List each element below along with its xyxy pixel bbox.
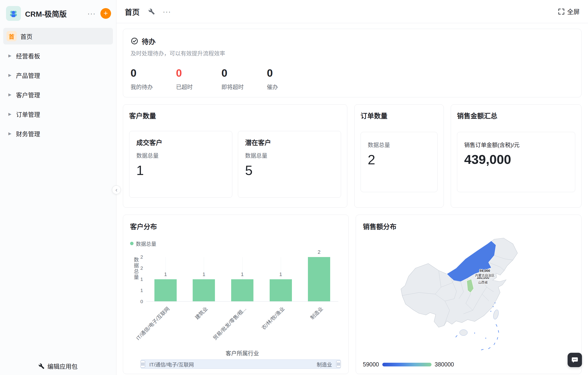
bar-slot: 1 [146, 257, 185, 301]
chat-bubble-icon [571, 356, 578, 364]
closed-customers-card[interactable]: 成交客户 数据总量 1 [129, 131, 232, 198]
page-edit-button[interactable] [148, 8, 155, 15]
y-axis-tick: 1 [140, 277, 143, 282]
metric-value: 5 [245, 162, 334, 178]
fullscreen-label: 全屏 [567, 7, 580, 16]
legend-min-value: 59000 [363, 361, 379, 368]
china-map[interactable]: 380,000 59,000 内蒙古自治区 山西省 [391, 233, 544, 354]
datazoom-right-handle[interactable] [336, 361, 341, 368]
bar-1[interactable]: 1 [193, 279, 215, 302]
wrench-icon [39, 363, 44, 369]
y-axis-tick: 2 [140, 265, 143, 271]
bar-value-label: 1 [279, 271, 282, 277]
map-label-neimenggu-name: 内蒙古自治区 [475, 273, 494, 277]
sidebar-item-customer-management[interactable]: ▶ 客户管理 [3, 86, 113, 103]
wrench-icon [148, 8, 155, 15]
stat-value: 0 [221, 67, 267, 79]
metric-value: 439,000 [464, 152, 568, 167]
x-axis-labels: IT/通信/电子/互联网建筑业贸易/批发/零售/租...农/林/牧/渔业制造业 [146, 302, 338, 348]
todo-stat-urge[interactable]: 0 催办 [267, 67, 312, 91]
sidebar-collapse-button[interactable]: ‹ [112, 185, 121, 194]
sidebar-item-finance-management[interactable]: ▶ 财务管理 [3, 125, 113, 142]
edit-app-package-button[interactable]: 编辑应用包 [0, 359, 116, 373]
page-more-button[interactable]: ··· [163, 8, 171, 16]
menu-label: 财务管理 [16, 129, 40, 138]
stat-value: 0 [176, 67, 221, 79]
potential-customers-card[interactable]: 潜在客户 数据总量 5 [238, 131, 341, 198]
order-count-card: 订单数量 数据总量 2 [354, 104, 444, 208]
sidebar-item-business-board[interactable]: ▶ 经营看板 [3, 47, 113, 64]
datazoom-start-label: IT/通信/电子/互联网 [149, 360, 194, 368]
todo-stat-due-soon[interactable]: 0 即将超时 [221, 67, 267, 91]
sidebar: CRM-极简版 ··· + 首 首页 ▶ 经营看板 ▶ 产品管理 ▶ 客户管理 … [0, 0, 116, 375]
map-mainland[interactable] [401, 238, 517, 327]
metric-label: 数据总量 [136, 151, 225, 159]
legend-max-value: 380000 [435, 361, 454, 368]
contacts-icon [9, 9, 18, 18]
y-axis-tick: 0 [140, 299, 143, 304]
metric-value: 2 [368, 152, 430, 167]
sales-total-box[interactable]: 销售订单金额(含税)/元 439,000 [457, 132, 575, 192]
bar-slot: 1 [223, 257, 262, 301]
datazoom-left-handle[interactable] [140, 361, 145, 368]
x-axis-label: 制造业 [308, 305, 324, 321]
bar-value-label: 2 [318, 249, 320, 255]
card-title: 销售额分布 [363, 221, 575, 231]
menu-label: 客户管理 [16, 90, 40, 99]
todo-card: 待办 及时处理待办，可以有效提升流程效率 0 我的待办 0 已超时 0 即将超时… [123, 29, 581, 97]
stat-label: 催办 [267, 83, 312, 91]
x-axis-title: 客户所属行业 [146, 349, 338, 357]
sidebar-item-order-management[interactable]: ▶ 订单管理 [3, 106, 113, 122]
caret-right-icon: ▶ [8, 112, 11, 117]
bar-chart-plot: 11112 [146, 257, 338, 302]
datazoom-slider[interactable]: IT/通信/电子/互联网 制造业 [141, 359, 341, 369]
main-area: 首页 ··· 全屏 待办 及时处理待办，可以有效提升流程效率 [116, 0, 588, 375]
chart-legend[interactable]: 数据总量 [130, 240, 342, 246]
datazoom-end-label: 制造业 [317, 360, 332, 368]
bar-0[interactable]: 1 [154, 279, 177, 302]
stat-value: 0 [131, 67, 176, 79]
stat-label: 即将超时 [221, 83, 267, 91]
todo-stat-mine[interactable]: 0 我的待办 [131, 67, 176, 91]
map-taiwan[interactable] [493, 309, 499, 320]
bar-slot: 1 [185, 257, 223, 301]
bar-4[interactable]: 2 [308, 257, 330, 301]
bar-3[interactable]: 1 [270, 279, 292, 302]
inner-card-title: 成交客户 [136, 138, 225, 147]
page-title: 首页 [125, 6, 140, 17]
sales-distribution-card: 销售额分布 [356, 215, 581, 374]
order-count-box[interactable]: 数据总量 2 [361, 132, 438, 192]
x-axis-label: 农/林/牧/渔业 [260, 305, 286, 331]
menu-label: 经营看板 [16, 52, 40, 60]
map-gradient-bar[interactable] [382, 363, 431, 366]
app-more-button[interactable]: ··· [85, 10, 99, 17]
map-label-neimenggu-value: 59,000 [480, 269, 490, 272]
y-axis-tick: 1 [140, 288, 143, 293]
y-axis-ticks: 01122 [130, 257, 143, 302]
customer-distribution-card: 客户分布 数据总量 数据总量 01122 11112 IT/通信/电子/互联网建… [123, 215, 349, 374]
y-axis-tick: 2 [140, 254, 143, 260]
todo-stats: 0 我的待办 0 已超时 0 即将超时 0 催办 [131, 67, 574, 91]
bar-value-label: 1 [164, 271, 167, 277]
dashboard-content: 待办 及时处理待办，可以有效提升流程效率 0 我的待办 0 已超时 0 即将超时… [116, 23, 588, 375]
app-title: CRM-极简版 [25, 8, 85, 19]
x-axis-label: 建筑业 [193, 305, 209, 321]
legend-label: 数据总量 [136, 240, 156, 247]
card-title: 订单数量 [361, 111, 438, 120]
menu-label: 首页 [21, 32, 32, 41]
card-title: 客户数量 [129, 111, 341, 120]
app-header: CRM-极简版 ··· + [0, 0, 116, 23]
todo-stat-overdue[interactable]: 0 已超时 [176, 67, 221, 91]
sidebar-item-home[interactable]: 首 首页 [3, 28, 113, 44]
sidebar-menu: 首 首页 ▶ 经营看板 ▶ 产品管理 ▶ 客户管理 ▶ 订单管理 ▶ 财务管理 [0, 28, 116, 145]
bar-2[interactable]: 1 [231, 279, 253, 302]
sidebar-item-product-management[interactable]: ▶ 产品管理 [3, 67, 113, 83]
map-hainan[interactable] [460, 330, 467, 336]
app-avatar[interactable] [6, 6, 21, 21]
todo-subtitle: 及时处理待办，可以有效提升流程效率 [131, 49, 574, 57]
metric-value: 1 [136, 162, 225, 178]
app-add-button[interactable]: + [100, 8, 111, 19]
fullscreen-button[interactable]: 全屏 [558, 7, 580, 16]
customer-count-card: 客户数量 成交客户 数据总量 1 潜在客户 数据总量 5 [123, 104, 347, 208]
chat-button[interactable] [567, 353, 582, 367]
